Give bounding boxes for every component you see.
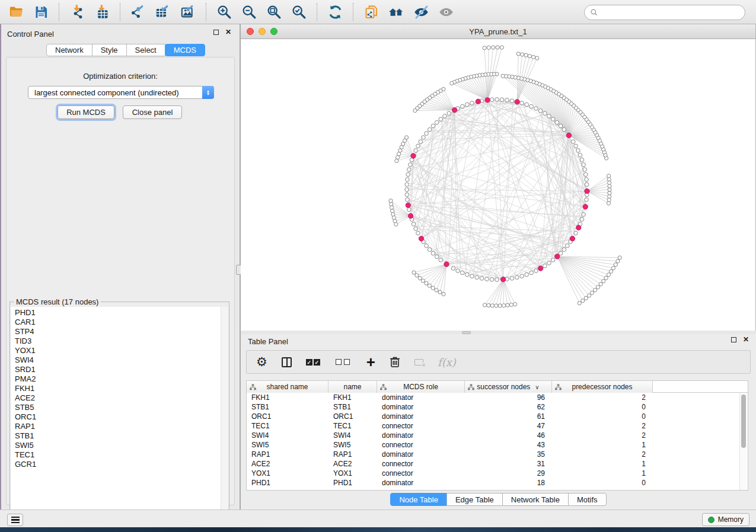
table-row[interactable]: STB1STB1dominator620 [247,402,748,412]
tab-network-table[interactable]: Network Table [502,493,569,506]
save-session-button[interactable] [30,2,52,22]
network-node[interactable] [418,276,422,280]
network-node[interactable] [599,283,602,286]
mcds-result-item[interactable]: TEC1 [15,450,221,460]
mcds-hub-node[interactable] [485,98,490,102]
table-row[interactable]: SWI4SWI4dominator462 [247,431,748,440]
network-node[interactable] [578,302,581,305]
mcds-hub-node[interactable] [411,153,416,158]
network-node[interactable] [607,178,611,181]
network-node[interactable] [396,156,400,159]
network-node[interactable] [566,243,570,248]
network-node[interactable] [607,174,610,178]
mcds-result-item[interactable]: YOX1 [15,346,221,355]
network-node[interactable] [470,274,474,278]
network-node[interactable] [604,276,608,280]
column-header-successor-nodes[interactable]: successor nodes∨ [465,381,552,393]
export-network-button[interactable] [127,2,149,22]
network-node[interactable] [431,124,435,128]
network-node[interactable] [496,46,499,49]
network-node[interactable] [555,120,559,124]
network-node[interactable] [576,149,580,153]
mcds-result-item[interactable]: SWI4 [15,355,221,365]
network-node[interactable] [581,299,585,303]
network-node[interactable] [602,279,605,283]
network-node[interactable] [495,278,499,282]
import-network-button[interactable] [66,2,88,22]
network-node[interactable] [585,182,589,187]
network-node[interactable] [405,193,409,197]
network-node[interactable] [412,222,416,226]
column-header-name[interactable]: name [328,381,377,393]
network-node[interactable] [421,279,425,283]
network-node[interactable] [431,286,435,290]
export-image-button[interactable] [177,2,199,22]
run-mcds-button[interactable]: Run MCDS [58,105,114,119]
mcds-hub-node[interactable] [555,254,560,259]
network-node[interactable] [609,270,613,273]
network-node[interactable] [395,159,398,162]
network-canvas[interactable] [241,39,756,331]
network-node[interactable] [520,274,524,278]
network-node[interactable] [431,251,435,255]
close-panel-icon[interactable]: ✕ [225,30,231,35]
network-node[interactable] [608,184,611,188]
mcds-hub-node[interactable] [406,203,410,207]
network-node[interactable] [559,251,563,255]
network-node[interactable] [461,271,465,275]
network-node[interactable] [608,181,611,184]
column-header-shared-name[interactable]: shared name [247,381,328,393]
show-all-button[interactable] [435,2,457,22]
deselect-all-button[interactable] [336,354,352,370]
network-node[interactable] [391,209,394,213]
network-node[interactable] [428,284,431,287]
network-node[interactable] [510,277,514,281]
network-node[interactable] [585,198,589,202]
network-node[interactable] [582,213,586,217]
mcds-hub-node[interactable] [515,100,519,104]
criterion-dropdown[interactable]: largest connected component (undirected)… [28,86,214,99]
export-table-button[interactable] [152,2,174,22]
network-node[interactable] [487,46,490,49]
table-row[interactable]: RAP1RAP1dominator352 [247,450,748,459]
network-node[interactable] [450,81,454,85]
network-node[interactable] [389,199,393,203]
mcds-result-item[interactable]: SWI5 [15,441,221,450]
network-node[interactable] [582,163,586,167]
float-window-icon[interactable] [731,337,736,342]
network-node[interactable] [483,303,486,307]
delete-row-button[interactable] [390,354,400,370]
network-node[interactable] [435,120,439,124]
network-node[interactable] [414,227,418,231]
network-node[interactable] [500,98,504,102]
network-node[interactable] [506,303,509,307]
network-node[interactable] [520,101,524,105]
network-node[interactable] [505,98,509,102]
network-node[interactable] [394,223,398,226]
mcds-hub-node[interactable] [419,236,423,241]
network-node[interactable] [439,117,443,121]
network-node[interactable] [416,144,420,148]
network-node[interactable] [409,163,413,167]
network-node[interactable] [495,98,499,102]
tab-mcds[interactable]: MCDS [165,44,205,56]
network-node[interactable] [438,290,442,294]
mcds-result-item[interactable]: STB5 [15,403,221,412]
network-node[interactable] [528,55,531,58]
search-box[interactable] [584,5,745,20]
table-row[interactable]: ORC1ORC1dominator610 [247,412,748,421]
network-node[interactable] [611,266,615,270]
network-node[interactable] [428,127,432,132]
mcds-result-item[interactable]: STP4 [15,327,221,336]
network-node[interactable] [591,291,594,294]
import-table-button[interactable] [91,2,113,22]
tab-network[interactable]: Network [46,44,92,56]
network-node[interactable] [465,273,469,277]
network-node[interactable] [578,153,582,158]
network-node[interactable] [513,302,517,306]
network-node[interactable] [413,109,417,113]
network-node[interactable] [447,111,451,116]
network-node[interactable] [525,273,529,277]
zoom-in-button[interactable] [213,2,235,22]
network-node[interactable] [585,178,589,182]
